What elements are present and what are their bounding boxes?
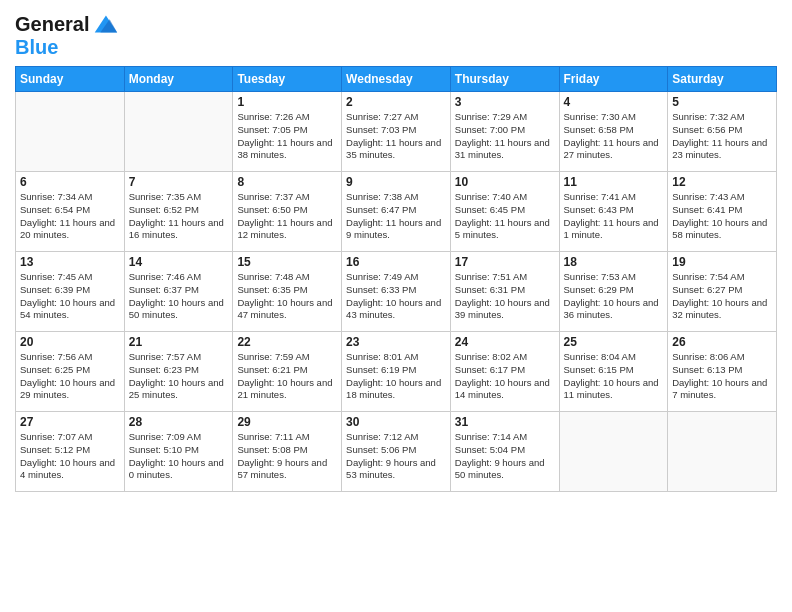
day-info: Sunrise: 7:26 AM Sunset: 7:05 PM Dayligh…: [237, 111, 337, 162]
day-number: 13: [20, 255, 120, 269]
day-info: Sunrise: 7:38 AM Sunset: 6:47 PM Dayligh…: [346, 191, 446, 242]
calendar-cell: 28Sunrise: 7:09 AM Sunset: 5:10 PM Dayli…: [124, 412, 233, 492]
day-info: Sunrise: 7:56 AM Sunset: 6:25 PM Dayligh…: [20, 351, 120, 402]
day-number: 31: [455, 415, 555, 429]
day-info: Sunrise: 8:06 AM Sunset: 6:13 PM Dayligh…: [672, 351, 772, 402]
day-info: Sunrise: 7:35 AM Sunset: 6:52 PM Dayligh…: [129, 191, 229, 242]
day-info: Sunrise: 7:40 AM Sunset: 6:45 PM Dayligh…: [455, 191, 555, 242]
day-info: Sunrise: 7:11 AM Sunset: 5:08 PM Dayligh…: [237, 431, 337, 482]
day-number: 17: [455, 255, 555, 269]
day-info: Sunrise: 7:45 AM Sunset: 6:39 PM Dayligh…: [20, 271, 120, 322]
calendar-cell: 17Sunrise: 7:51 AM Sunset: 6:31 PM Dayli…: [450, 252, 559, 332]
day-number: 21: [129, 335, 229, 349]
weekday-wednesday: Wednesday: [342, 67, 451, 92]
logo-text-blue: Blue: [15, 36, 58, 58]
calendar-cell: 3Sunrise: 7:29 AM Sunset: 7:00 PM Daylig…: [450, 92, 559, 172]
calendar-cell: 20Sunrise: 7:56 AM Sunset: 6:25 PM Dayli…: [16, 332, 125, 412]
day-info: Sunrise: 7:41 AM Sunset: 6:43 PM Dayligh…: [564, 191, 664, 242]
day-number: 19: [672, 255, 772, 269]
day-number: 2: [346, 95, 446, 109]
day-number: 9: [346, 175, 446, 189]
calendar-table: SundayMondayTuesdayWednesdayThursdayFrid…: [15, 66, 777, 492]
calendar-cell: [124, 92, 233, 172]
calendar-cell: 19Sunrise: 7:54 AM Sunset: 6:27 PM Dayli…: [668, 252, 777, 332]
day-number: 29: [237, 415, 337, 429]
calendar-page: General Blue SundayMondayTuesdayWednesda…: [0, 0, 792, 612]
logo: General Blue: [15, 10, 119, 58]
calendar-cell: 22Sunrise: 7:59 AM Sunset: 6:21 PM Dayli…: [233, 332, 342, 412]
day-number: 30: [346, 415, 446, 429]
day-number: 3: [455, 95, 555, 109]
calendar-cell: 24Sunrise: 8:02 AM Sunset: 6:17 PM Dayli…: [450, 332, 559, 412]
day-info: Sunrise: 7:48 AM Sunset: 6:35 PM Dayligh…: [237, 271, 337, 322]
day-number: 23: [346, 335, 446, 349]
day-number: 24: [455, 335, 555, 349]
calendar-cell: 23Sunrise: 8:01 AM Sunset: 6:19 PM Dayli…: [342, 332, 451, 412]
week-row-1: 1Sunrise: 7:26 AM Sunset: 7:05 PM Daylig…: [16, 92, 777, 172]
day-number: 6: [20, 175, 120, 189]
day-info: Sunrise: 7:49 AM Sunset: 6:33 PM Dayligh…: [346, 271, 446, 322]
day-info: Sunrise: 7:46 AM Sunset: 6:37 PM Dayligh…: [129, 271, 229, 322]
weekday-monday: Monday: [124, 67, 233, 92]
day-info: Sunrise: 7:12 AM Sunset: 5:06 PM Dayligh…: [346, 431, 446, 482]
day-info: Sunrise: 7:53 AM Sunset: 6:29 PM Dayligh…: [564, 271, 664, 322]
calendar-cell: 7Sunrise: 7:35 AM Sunset: 6:52 PM Daylig…: [124, 172, 233, 252]
calendar-cell: 6Sunrise: 7:34 AM Sunset: 6:54 PM Daylig…: [16, 172, 125, 252]
calendar-cell: 26Sunrise: 8:06 AM Sunset: 6:13 PM Dayli…: [668, 332, 777, 412]
day-number: 15: [237, 255, 337, 269]
day-info: Sunrise: 8:01 AM Sunset: 6:19 PM Dayligh…: [346, 351, 446, 402]
day-info: Sunrise: 7:07 AM Sunset: 5:12 PM Dayligh…: [20, 431, 120, 482]
week-row-2: 6Sunrise: 7:34 AM Sunset: 6:54 PM Daylig…: [16, 172, 777, 252]
day-info: Sunrise: 7:29 AM Sunset: 7:00 PM Dayligh…: [455, 111, 555, 162]
calendar-cell: 30Sunrise: 7:12 AM Sunset: 5:06 PM Dayli…: [342, 412, 451, 492]
day-number: 18: [564, 255, 664, 269]
weekday-thursday: Thursday: [450, 67, 559, 92]
calendar-cell: 15Sunrise: 7:48 AM Sunset: 6:35 PM Dayli…: [233, 252, 342, 332]
day-number: 8: [237, 175, 337, 189]
day-number: 7: [129, 175, 229, 189]
calendar-cell: 18Sunrise: 7:53 AM Sunset: 6:29 PM Dayli…: [559, 252, 668, 332]
calendar-cell: 10Sunrise: 7:40 AM Sunset: 6:45 PM Dayli…: [450, 172, 559, 252]
calendar-cell: 16Sunrise: 7:49 AM Sunset: 6:33 PM Dayli…: [342, 252, 451, 332]
day-info: Sunrise: 7:32 AM Sunset: 6:56 PM Dayligh…: [672, 111, 772, 162]
day-number: 26: [672, 335, 772, 349]
weekday-friday: Friday: [559, 67, 668, 92]
day-number: 4: [564, 95, 664, 109]
calendar-cell: 14Sunrise: 7:46 AM Sunset: 6:37 PM Dayli…: [124, 252, 233, 332]
weekday-saturday: Saturday: [668, 67, 777, 92]
logo-text: General: [15, 13, 89, 35]
header: General Blue: [15, 10, 777, 58]
calendar-cell: 4Sunrise: 7:30 AM Sunset: 6:58 PM Daylig…: [559, 92, 668, 172]
weekday-sunday: Sunday: [16, 67, 125, 92]
day-number: 11: [564, 175, 664, 189]
calendar-cell: 27Sunrise: 7:07 AM Sunset: 5:12 PM Dayli…: [16, 412, 125, 492]
day-number: 1: [237, 95, 337, 109]
calendar-cell: 21Sunrise: 7:57 AM Sunset: 6:23 PM Dayli…: [124, 332, 233, 412]
calendar-cell: [16, 92, 125, 172]
calendar-cell: 1Sunrise: 7:26 AM Sunset: 7:05 PM Daylig…: [233, 92, 342, 172]
calendar-cell: 29Sunrise: 7:11 AM Sunset: 5:08 PM Dayli…: [233, 412, 342, 492]
calendar-cell: 13Sunrise: 7:45 AM Sunset: 6:39 PM Dayli…: [16, 252, 125, 332]
logo-icon: [91, 10, 119, 38]
calendar-cell: 5Sunrise: 7:32 AM Sunset: 6:56 PM Daylig…: [668, 92, 777, 172]
week-row-3: 13Sunrise: 7:45 AM Sunset: 6:39 PM Dayli…: [16, 252, 777, 332]
day-info: Sunrise: 7:51 AM Sunset: 6:31 PM Dayligh…: [455, 271, 555, 322]
day-info: Sunrise: 7:57 AM Sunset: 6:23 PM Dayligh…: [129, 351, 229, 402]
day-info: Sunrise: 7:34 AM Sunset: 6:54 PM Dayligh…: [20, 191, 120, 242]
day-info: Sunrise: 8:04 AM Sunset: 6:15 PM Dayligh…: [564, 351, 664, 402]
day-info: Sunrise: 7:54 AM Sunset: 6:27 PM Dayligh…: [672, 271, 772, 322]
day-number: 16: [346, 255, 446, 269]
day-info: Sunrise: 7:09 AM Sunset: 5:10 PM Dayligh…: [129, 431, 229, 482]
calendar-cell: 12Sunrise: 7:43 AM Sunset: 6:41 PM Dayli…: [668, 172, 777, 252]
day-number: 28: [129, 415, 229, 429]
day-number: 25: [564, 335, 664, 349]
day-number: 22: [237, 335, 337, 349]
day-number: 12: [672, 175, 772, 189]
day-number: 14: [129, 255, 229, 269]
day-info: Sunrise: 7:59 AM Sunset: 6:21 PM Dayligh…: [237, 351, 337, 402]
calendar-cell: [668, 412, 777, 492]
day-info: Sunrise: 7:27 AM Sunset: 7:03 PM Dayligh…: [346, 111, 446, 162]
day-number: 5: [672, 95, 772, 109]
day-info: Sunrise: 8:02 AM Sunset: 6:17 PM Dayligh…: [455, 351, 555, 402]
day-number: 10: [455, 175, 555, 189]
